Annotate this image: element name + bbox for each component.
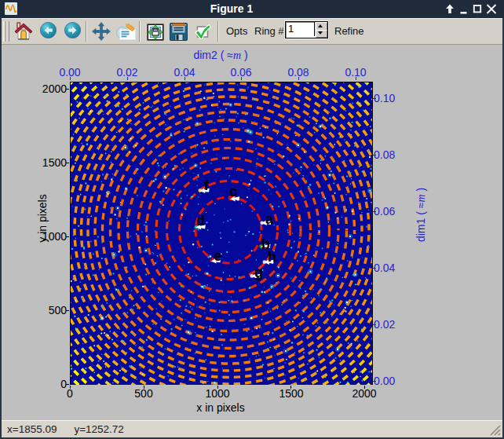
svg-text:e: e [214,248,221,264]
svg-text:d: d [196,213,205,229]
svg-text:a: a [265,211,274,227]
svg-text:f: f [204,177,210,193]
svg-text:c: c [229,184,237,199]
svg-text:h: h [268,249,276,265]
svg-text:g: g [254,265,263,280]
